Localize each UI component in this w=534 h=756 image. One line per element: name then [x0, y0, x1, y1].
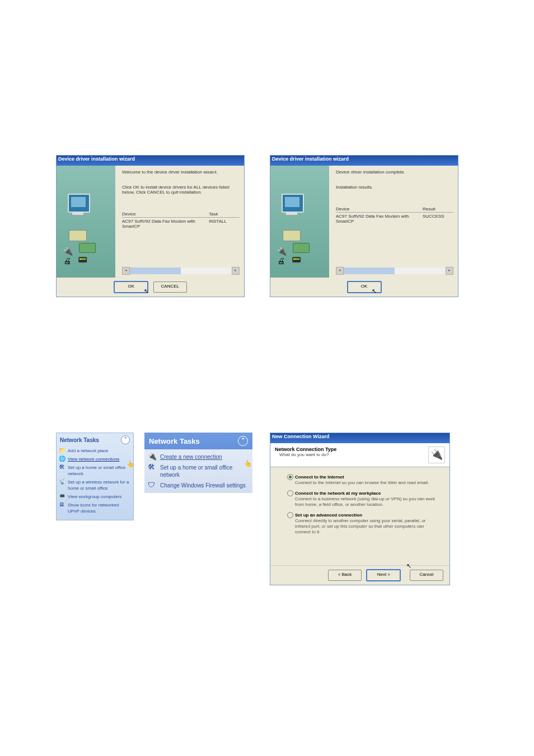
pane-header[interactable]: Network Tasks ⌃	[144, 433, 252, 449]
task-item[interactable]: 🛠Set up a home or small office network	[144, 462, 252, 480]
task-item[interactable]: 💻View workgroup computers	[57, 492, 133, 501]
task-value: INSTALL	[209, 219, 240, 229]
scrollbar[interactable]: ◂ ▸	[336, 267, 453, 274]
task-item[interactable]: 🛠Set up a home or small office network	[57, 463, 133, 478]
scrollbar[interactable]: ◂ ▸	[122, 267, 240, 274]
header-title: Network Connection Type	[275, 447, 428, 452]
button-row: OK CANCEL ↖	[57, 278, 244, 297]
instruction-text: Click OK to install device drivers for A…	[122, 185, 240, 195]
scroll-left[interactable]: ◂	[122, 267, 130, 275]
col-task: Task	[209, 212, 240, 217]
collapse-icon[interactable]: ⌃	[121, 435, 130, 444]
task-icon: 🛠	[148, 463, 157, 472]
complete-text: Device driver installation complete.	[336, 170, 453, 175]
radio-option[interactable]: Set up an advanced connectionConnect dir…	[287, 512, 439, 535]
device-name: AC97 SoftV92 Data Fax Modem with SmartCP	[336, 214, 423, 224]
network-tasks-pane-big: Network Tasks ⌃ 🔌Create a new connection…	[144, 433, 252, 493]
task-item[interactable]: 🖥Show icons for networked UPnP devices	[57, 501, 133, 515]
network-tasks-pane-small: Network Tasks ⌃ 📁Add a network place🌐Vie…	[56, 433, 134, 520]
titlebar: Device driver installation wizard	[57, 156, 244, 166]
pane-header[interactable]: Network Tasks ⌃	[57, 433, 133, 447]
task-icon: 🔌	[148, 453, 157, 462]
ok-button[interactable]: OK	[114, 281, 148, 293]
task-icon: 🌐	[59, 456, 65, 462]
task-icon: 📁	[59, 447, 65, 454]
scroll-right[interactable]: ▸	[232, 267, 240, 275]
wizard-sidebar: 🔌 🖨 📟	[57, 166, 115, 278]
task-item[interactable]: 📁Add a network place	[57, 447, 133, 455]
task-item[interactable]: 🌐View network connections	[57, 455, 133, 463]
cancel-button[interactable]: CANCEL	[153, 281, 187, 293]
option-description: Connect to a business network (using dia…	[287, 496, 439, 508]
radio-option[interactable]: Connect to the InternetConnect to the In…	[287, 474, 439, 486]
task-icon: 🖥	[59, 501, 65, 508]
option-description: Connect to the Internet so you can brows…	[287, 480, 439, 486]
radio-icon[interactable]	[287, 490, 293, 496]
task-icon: 💻	[59, 493, 65, 500]
col-device: Device	[122, 212, 209, 217]
result-value: SUCCESS	[423, 214, 453, 224]
radio-option[interactable]: Connect to the network at my workplaceCo…	[287, 490, 439, 508]
task-icon: 🛡	[148, 481, 157, 490]
col-result: Result	[423, 206, 453, 212]
wizard-body: Connect to the InternetConnect to the In…	[270, 467, 449, 565]
task-item[interactable]: 🔌Create a new connection	[144, 452, 252, 462]
task-icon: 📡	[59, 478, 65, 485]
collapse-icon[interactable]: ⌃	[238, 436, 248, 446]
wizard-sidebar: 🔌 🖨 📟	[270, 166, 329, 278]
task-item[interactable]: 📡Set up a wireless network for a home or…	[57, 478, 133, 492]
welcome-text: Welcome to the device driver installatio…	[122, 170, 240, 175]
next-button[interactable]: Next >	[366, 569, 401, 581]
ok-button[interactable]: OK	[347, 281, 382, 293]
scroll-left[interactable]: ◂	[336, 267, 344, 275]
task-item[interactable]: 🛡Change Windows Firewall settings	[144, 480, 252, 491]
header-subtitle: What do you want to do?	[275, 452, 428, 457]
titlebar: Device driver installation wizard	[270, 156, 458, 166]
device-name: AC97 SoftV92 Data Fax Modem with SmartCP	[122, 219, 209, 229]
results-text: Installation results.	[336, 185, 453, 190]
titlebar: New Connection Wizard	[270, 433, 449, 443]
radio-icon[interactable]	[287, 474, 293, 480]
back-button[interactable]: < Back	[328, 570, 362, 581]
button-row: OK ↖	[270, 278, 458, 297]
wizard-icon: 🔌	[428, 447, 445, 463]
wizard-header: Network Connection Type What do you want…	[270, 443, 449, 467]
cancel-button[interactable]: Cancel	[410, 570, 443, 581]
task-icon: 🛠	[59, 464, 65, 471]
driver-wizard-1: Device driver installation wizard 🔌 🖨 📟 …	[56, 155, 245, 297]
option-description: Connect directly to another computer usi…	[287, 518, 439, 535]
button-row: < Back Next > Cancel	[270, 565, 449, 585]
scroll-right[interactable]: ▸	[446, 267, 453, 275]
col-device: Device	[336, 206, 423, 212]
driver-wizard-2: Device driver installation wizard 🔌 🖨 📟 …	[270, 155, 458, 297]
radio-icon[interactable]	[287, 512, 293, 518]
new-connection-wizard: New Connection Wizard Network Connection…	[270, 433, 450, 585]
